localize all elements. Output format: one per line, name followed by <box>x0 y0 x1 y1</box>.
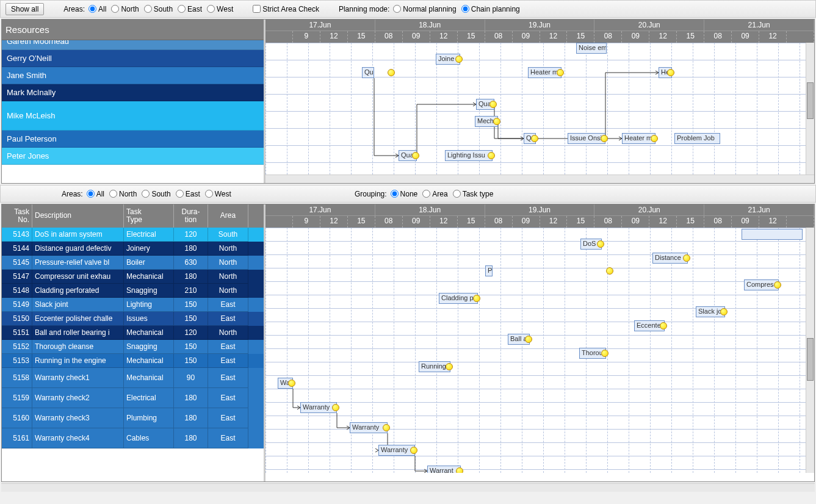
task-row[interactable]: 5150Eccenter polisher challeIssues150Eas… <box>2 312 264 326</box>
date-column: 19.Jun <box>485 204 595 215</box>
task-row[interactable]: 5161Warranty check4Cables180East <box>2 428 264 448</box>
pin-icon <box>388 69 395 76</box>
gantt-bar[interactable]: Warranty <box>350 422 388 433</box>
date-column: 19.Jun <box>485 20 595 31</box>
resource-row[interactable]: Gerry O'Neill <box>2 50 264 67</box>
pin-icon <box>667 69 674 76</box>
pin-icon <box>446 363 453 370</box>
strict-area-checkbox[interactable]: Strict Area Check <box>253 5 319 13</box>
gantt-bar[interactable]: P <box>485 265 493 276</box>
pin-icon <box>601 350 608 357</box>
pin-icon <box>455 56 463 63</box>
gantt-bar[interactable]: Issue Onsi <box>568 133 605 144</box>
pin-icon <box>410 447 417 454</box>
p1-chain-planning[interactable]: Chain planning <box>461 5 520 13</box>
a2-north[interactable]: North <box>109 190 137 198</box>
a2-west[interactable]: West <box>205 190 231 198</box>
gantt-bar[interactable]: Problem Job <box>674 133 720 144</box>
gantt-top[interactable]: 17.Jun18.Jun19.Jun20.Jun21.Jun9121508091… <box>265 20 814 183</box>
toolbar-mid: Areas: All North South East West Groupin… <box>0 185 816 203</box>
planning-mode-label: Planning mode: <box>339 5 389 13</box>
pin-icon <box>774 281 781 289</box>
a1-all[interactable]: All <box>88 5 106 13</box>
resource-row[interactable]: Paul Peterson <box>2 131 264 148</box>
date-column: 17.Jun <box>265 20 375 31</box>
p1-normal-planning[interactable]: Normal planning <box>393 5 456 13</box>
pin-icon <box>531 135 538 142</box>
a1-south[interactable]: South <box>144 5 173 13</box>
date-column: 18.Jun <box>375 20 485 31</box>
date-column: 18.Jun <box>375 204 485 215</box>
gantt-bottom[interactable]: 17.Jun18.Jun19.Jun20.Jun21.Jun9121508091… <box>265 204 814 481</box>
pin-icon <box>383 424 390 431</box>
a1-east[interactable]: East <box>178 5 202 13</box>
scrollbar-vertical-2[interactable] <box>806 228 814 473</box>
toolbar-top: Show all Areas: All North South East Wes… <box>0 0 816 18</box>
task-row[interactable]: 5159Warranty check2Electrical180East <box>2 388 264 408</box>
pin-icon <box>683 254 690 262</box>
pin-icon <box>332 404 339 411</box>
task-row[interactable]: 5147Compressor unit exhauMechanical180No… <box>2 270 264 284</box>
date-column: 21.Jun <box>704 204 814 215</box>
a2-south[interactable]: South <box>142 190 170 198</box>
resource-row[interactable]: Peter Jones <box>2 148 264 165</box>
pin-icon <box>488 152 495 159</box>
pin-icon <box>489 101 497 108</box>
grouping-label: Grouping: <box>355 190 387 198</box>
g2-none[interactable]: None <box>391 190 418 198</box>
task-row[interactable]: 5158Warranty check1Mechanical90East <box>2 368 264 388</box>
pin-icon <box>557 69 564 76</box>
resource-row[interactable]: Jane Smith <box>2 67 264 84</box>
task-row[interactable]: 5144Distance guard defectivJoinery180Nor… <box>2 242 264 256</box>
date-column: 20.Jun <box>594 204 704 215</box>
gantt-bar[interactable] <box>742 229 803 240</box>
scrollbar-vertical[interactable] <box>806 43 814 175</box>
resource-row[interactable]: Gareth Moorhead <box>2 40 264 50</box>
task-row[interactable]: 5153Running in the engineMechanical150Ea… <box>2 354 264 368</box>
date-column: 21.Jun <box>704 20 814 31</box>
gantt-bar[interactable]: Lighting Issu <box>445 150 493 161</box>
task-row[interactable]: 5145Pressure-relief valve blBoiler630Nor… <box>2 256 264 270</box>
pin-icon <box>720 308 728 315</box>
gantt-bar[interactable]: Warranty <box>300 402 337 413</box>
resource-row[interactable]: Mike McLeish <box>2 101 264 131</box>
pin-icon <box>597 240 604 248</box>
task-row[interactable]: 5152Thorough cleanseSnagging150East <box>2 340 264 354</box>
task-row[interactable]: 5143DoS in alarm systemElectrical120Sout… <box>2 228 264 242</box>
areas-label: Areas: <box>63 5 85 13</box>
gantt-bar[interactable]: Noise em <box>576 43 607 54</box>
gantt-bar[interactable]: Qu <box>362 67 374 78</box>
pin-icon <box>473 295 480 302</box>
task-row[interactable]: 5151Ball and roller bearing iMechanical1… <box>2 326 264 340</box>
pin-icon <box>601 135 608 142</box>
show-all-button[interactable]: Show all <box>5 3 44 15</box>
pin-icon <box>456 467 463 473</box>
task-row[interactable]: 5160Warranty check3Plumbing180East <box>2 408 264 428</box>
tasks-panel: Task No. Description Task Type Dura- tio… <box>2 204 265 481</box>
pin-icon <box>412 152 419 159</box>
task-row[interactable]: 5149Slack jointLighting150East <box>2 298 264 312</box>
pin-icon <box>525 336 532 343</box>
resources-header: Resources <box>2 20 264 40</box>
pin-icon <box>493 118 500 125</box>
a2-east[interactable]: East <box>176 190 200 198</box>
date-column: 17.Jun <box>265 204 375 215</box>
task-row[interactable]: 5148Cladding perforatedSnagging210North <box>2 284 264 298</box>
areas-label-2: Areas: <box>62 190 83 198</box>
gantt-bar[interactable]: Cladding p <box>439 293 478 304</box>
pin-icon <box>651 135 658 142</box>
pin-icon <box>288 380 295 387</box>
pin-icon <box>660 322 667 329</box>
a2-all[interactable]: All <box>87 190 104 198</box>
task-table-header: Task No. Description Task Type Dura- tio… <box>2 204 264 228</box>
g2-area[interactable]: Area <box>422 190 447 198</box>
date-column: 20.Jun <box>594 20 704 31</box>
scrollbar-horizontal[interactable] <box>265 175 814 183</box>
gantt-bar[interactable]: Warranty <box>378 445 415 456</box>
g2-task-type[interactable]: Task type <box>453 190 494 198</box>
resource-row[interactable]: Mark McInally <box>2 84 264 101</box>
resources-panel: Resources Gareth MoorheadGerry O'NeillJa… <box>2 20 265 183</box>
a1-west[interactable]: West <box>207 5 233 13</box>
a1-north[interactable]: North <box>111 5 139 13</box>
scrollbar-horizontal-bottom[interactable] <box>1 483 815 492</box>
